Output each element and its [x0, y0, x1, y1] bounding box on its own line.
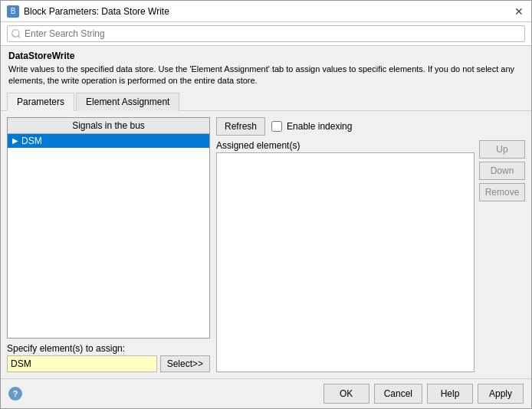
- assigned-label: Assigned element(s): [216, 140, 475, 151]
- refresh-button[interactable]: Refresh: [216, 117, 265, 136]
- specify-label: Specify element(s) to assign:: [7, 343, 210, 354]
- search-bar: [1, 22, 531, 46]
- bottom-left: ?: [8, 387, 22, 401]
- assigned-container: Assigned element(s): [216, 140, 475, 372]
- down-button[interactable]: Down: [479, 162, 525, 180]
- enable-indexing-checkbox[interactable]: [271, 121, 282, 132]
- tabs-bar: Parameters Element Assignment: [1, 92, 531, 111]
- content-area: Signals in the bus ▶ DSM Specify element…: [1, 111, 531, 378]
- signal-label: DSM: [21, 136, 42, 146]
- window-title: Block Parameters: Data Store Write: [24, 6, 169, 17]
- specify-input[interactable]: [7, 355, 157, 372]
- title-bar: B Block Parameters: Data Store Write ✕: [1, 1, 531, 22]
- enable-indexing-label: Enable indexing: [287, 121, 352, 132]
- refresh-row: Refresh Enable indexing: [216, 117, 525, 136]
- right-panel: Refresh Enable indexing Assigned element…: [216, 117, 525, 372]
- signals-list-container: Signals in the bus ▶ DSM: [7, 117, 210, 339]
- up-button[interactable]: Up: [479, 140, 525, 159]
- block-title: DataStoreWrite: [8, 51, 524, 61]
- enable-indexing-row: Enable indexing: [271, 121, 352, 132]
- cancel-button[interactable]: Cancel: [374, 384, 422, 404]
- select-button[interactable]: Select>>: [160, 355, 210, 372]
- bottom-bar: ? OK Cancel Help Apply: [1, 378, 531, 408]
- remove-button[interactable]: Remove: [479, 183, 525, 201]
- ok-button[interactable]: OK: [323, 384, 369, 404]
- help-button[interactable]: Help: [427, 384, 473, 404]
- main-panel: Signals in the bus ▶ DSM Specify element…: [7, 117, 525, 372]
- assigned-listbox[interactable]: [216, 152, 475, 372]
- signals-header: Signals in the bus: [8, 118, 209, 134]
- block-info: DataStoreWrite Write values to the speci…: [1, 46, 531, 92]
- apply-button[interactable]: Apply: [478, 384, 524, 404]
- signals-body: ▶ DSM: [8, 134, 209, 338]
- signal-item[interactable]: ▶ DSM: [8, 134, 209, 148]
- search-input[interactable]: [7, 25, 525, 42]
- close-button[interactable]: ✕: [513, 5, 525, 18]
- main-window: B Block Parameters: Data Store Write ✕ D…: [0, 0, 532, 409]
- title-bar-left: B Block Parameters: Data Store Write: [7, 5, 169, 18]
- tab-element-assignment[interactable]: Element Assignment: [76, 93, 179, 111]
- block-description: Write values to the specified data store…: [8, 64, 524, 87]
- side-buttons: Up Down Remove: [479, 140, 525, 372]
- tab-parameters[interactable]: Parameters: [7, 93, 74, 111]
- specify-row: Specify element(s) to assign: Select>>: [7, 343, 210, 372]
- signal-arrow-icon: ▶: [12, 136, 18, 145]
- window-icon: B: [7, 5, 19, 18]
- specify-input-row: Select>>: [7, 355, 210, 372]
- bottom-right: OK Cancel Help Apply: [323, 384, 524, 404]
- left-panel: Signals in the bus ▶ DSM Specify element…: [7, 117, 210, 372]
- help-icon[interactable]: ?: [8, 387, 22, 401]
- assigned-area: Assigned element(s) Up Down Remove: [216, 140, 525, 372]
